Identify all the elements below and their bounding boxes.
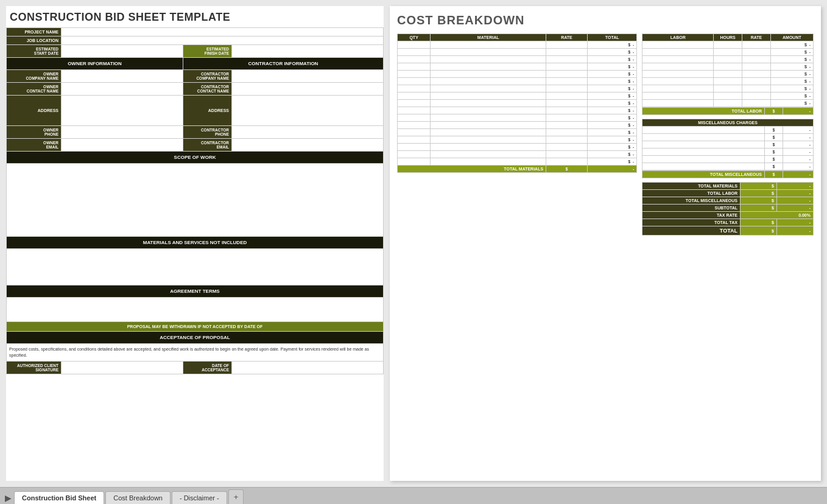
labor-row[interactable]: $ - (642, 63, 814, 71)
labor-row[interactable]: $ - (642, 56, 814, 63)
owner-email-value[interactable] (62, 139, 183, 152)
materials-area[interactable] (7, 249, 384, 285)
contractor-phone-value[interactable] (232, 126, 384, 139)
owner-contact-label: OWNERCONTACT NAME (7, 83, 62, 96)
total-labor-table: TOTAL LABOR $ - (642, 107, 814, 115)
labor-row[interactable]: $ - (642, 93, 814, 100)
cost-breakdown-title: COST BREAKDOWN (397, 13, 814, 27)
labor-rate-header: RATE (742, 34, 771, 41)
material-row[interactable]: $ - (398, 151, 637, 158)
tab-add-button[interactable]: + (228, 489, 244, 504)
tab-cost-breakdown[interactable]: Cost Breakdown (105, 491, 171, 504)
owner-contact-value[interactable] (62, 83, 183, 96)
material-row[interactable]: $ - (398, 100, 637, 107)
material-table: QTY MATERIAL RATE TOTAL $ -$ -$ -$ -$ -$… (397, 33, 637, 173)
material-row[interactable]: $ - (398, 71, 637, 78)
material-row[interactable]: $ - (398, 129, 637, 136)
acceptance-header: ACCEPTANCE OF PROPOSAL (7, 332, 384, 344)
misc-row[interactable]: $- (642, 134, 814, 141)
page-title: CONSTRUCTION BID SHEET TEMPLATE (6, 6, 384, 27)
owner-phone-label: OWNERPHONE (7, 126, 62, 139)
sum-total-tax-value: - (777, 219, 814, 226)
material-row[interactable]: $ - (398, 63, 637, 71)
bid-sheet-table: PROJECT NAME JOB LOCATION ESTIMATEDSTART… (6, 27, 384, 374)
auth-signature-value[interactable] (62, 361, 183, 374)
start-date-value[interactable] (62, 45, 183, 58)
sum-tax-rate-value[interactable]: 0.00% (741, 212, 814, 219)
labor-row[interactable]: $ - (642, 49, 814, 56)
sum-total-materials-value: - (777, 183, 814, 190)
material-row[interactable]: $ - (398, 49, 637, 56)
material-row[interactable]: $ - (398, 41, 637, 49)
material-row[interactable]: $ - (398, 114, 637, 122)
total-materials-value: - (587, 166, 636, 173)
contractor-address-value[interactable] (232, 96, 384, 126)
material-row[interactable]: $ - (398, 144, 637, 151)
sum-total-label: TOTAL (642, 226, 741, 236)
misc-row[interactable]: $- (642, 149, 814, 156)
owner-phone-value[interactable] (62, 126, 183, 139)
tab-disclaimer[interactable]: - Disclaimer - (172, 491, 227, 504)
material-header: MATERIAL (431, 34, 546, 41)
contractor-address-label: ADDRESS (183, 96, 232, 126)
contractor-contact-value[interactable] (232, 83, 384, 96)
labor-row[interactable]: $ - (642, 100, 814, 107)
scope-header: SCOPE OF WORK (7, 152, 384, 164)
labor-row[interactable]: $ - (642, 85, 814, 93)
material-row[interactable]: $ - (398, 56, 637, 63)
sheet-nav-icon[interactable]: ▶ (5, 493, 12, 504)
contractor-email-value[interactable] (232, 139, 384, 152)
misc-row[interactable]: $- (642, 156, 814, 163)
sum-total-materials-label: TOTAL MATERIALS (642, 183, 741, 190)
sum-total-tax-dollar: $ (741, 219, 777, 226)
misc-row[interactable]: $- (642, 141, 814, 149)
qty-header: QTY (398, 34, 431, 41)
misc-row[interactable]: $- (642, 163, 814, 170)
scope-area[interactable] (7, 164, 384, 237)
rate-header: RATE (546, 34, 588, 41)
total-labor-value: - (783, 108, 814, 115)
material-row[interactable]: $ - (398, 158, 637, 166)
owner-company-value[interactable] (62, 70, 183, 83)
contractor-company-value[interactable] (232, 70, 384, 83)
material-row[interactable]: $ - (398, 85, 637, 93)
labor-row[interactable]: $ - (642, 71, 814, 78)
tab-construction-bid-sheet[interactable]: Construction Bid Sheet (14, 491, 104, 504)
job-location-value[interactable] (62, 37, 384, 45)
hours-header: HOURS (714, 34, 742, 41)
material-row[interactable]: $ - (398, 107, 637, 114)
sum-total-misc-dollar: $ (741, 197, 777, 205)
total-misc-value: - (783, 171, 814, 178)
agreement-area[interactable] (7, 298, 384, 322)
right-panel: COST BREAKDOWN QTY MATERIAL RATE TOTAL $… (390, 6, 821, 481)
date-acceptance-value[interactable] (232, 361, 384, 374)
amount-header: AMOUNT (770, 34, 813, 41)
misc-table: MISCELLANEOUS CHARGES $-$-$-$-$-$- (642, 119, 814, 170)
material-row[interactable]: $ - (398, 93, 637, 100)
finish-date-value[interactable] (232, 45, 384, 58)
material-row[interactable]: TOTAL MATERIALS$- (398, 166, 637, 173)
material-row[interactable]: $ - (398, 136, 637, 144)
owner-address-value[interactable] (62, 96, 183, 126)
total-misc-table: TOTAL MISCELLANEOUS $ - (642, 170, 814, 178)
finish-date-label: ESTIMATEDFINISH DATE (183, 45, 232, 58)
acceptance-text: Proposed costs, specifications, and cond… (7, 344, 384, 362)
material-row[interactable]: $ - (398, 78, 637, 85)
contractor-email-label: CONTRACTOREMAIL (183, 139, 232, 152)
labor-row[interactable]: $ - (642, 41, 814, 49)
project-name-value[interactable] (62, 28, 384, 37)
owner-email-label: OWNEREMAIL (7, 139, 62, 152)
summary-table: TOTAL MATERIALS $ - TOTAL LABOR $ - TOTA… (642, 182, 814, 236)
owner-company-label: OWNERCOMPANY NAME (7, 70, 62, 83)
total-labor-dollar: $ (765, 108, 783, 115)
material-row[interactable]: $ - (398, 122, 637, 129)
contractor-phone-label: CONTRACTORPHONE (183, 126, 232, 139)
misc-header-label: MISCELLANEOUS CHARGES (642, 119, 814, 127)
left-panel: CONSTRUCTION BID SHEET TEMPLATE PROJECT … (6, 6, 384, 481)
proposal-row: PROPOSAL MAY BE WITHDRAWN IF NOT ACCEPTE… (7, 322, 384, 332)
misc-row[interactable]: $- (642, 127, 814, 134)
labor-row[interactable]: $ - (642, 78, 814, 85)
sum-total-labor-value: - (777, 190, 814, 197)
agreement-header: AGREEMENT TERMS (7, 285, 384, 298)
auth-signature-label: AUTHORIZED CLIENTSIGNATURE (7, 361, 62, 374)
